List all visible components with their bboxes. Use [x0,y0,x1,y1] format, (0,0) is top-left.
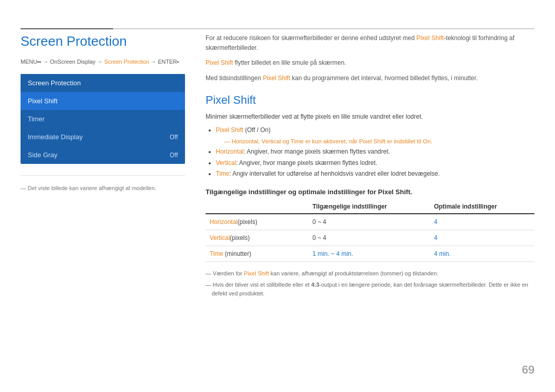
note-section: ― Det viste billede kan variere afhængig… [21,175,185,191]
data-table: Tilgængelige indstillinger Optimale inds… [206,200,534,262]
footnote-2: ― Hvis der bliver vist et stillbillede e… [206,281,534,298]
top-border-accent [21,28,113,29]
col-header-optimal: Optimale indstillinger [430,200,534,214]
breadcrumb-onscreen: OnScreen Display [50,59,96,65]
note-text: ― Det viste billede kan variere afhængig… [21,185,185,191]
menu-header: Screen Protection [21,74,185,92]
breadcrumb-menu: MENU▪▪ [21,59,41,65]
footnotes: ― Værdien for Pixel Shift kan variere, a… [206,269,534,298]
right-panel: For at reducere risikoen for skærmefterb… [206,33,534,301]
table-row: Horizontal(pixels) 0 ~ 4 4 [206,214,534,230]
footnote-1: ― Værdien for Pixel Shift kan variere, a… [206,269,534,278]
col-header-available: Tilgængelige indstillinger [308,200,430,214]
menu-item-label: Immediate Display [28,133,83,141]
row-available: 1 min. ~ 4 min. [308,246,430,262]
table-row: Vertical(pixels) 0 ~ 4 4 [206,230,534,246]
menu-item-immediate-display[interactable]: Immediate Display Off [21,128,185,146]
breadcrumb-enter: ENTER▪ [158,59,179,65]
menu-item-timer[interactable]: Timer [21,110,185,128]
menu-box: Screen Protection Pixel Shift Timer Imme… [21,74,185,164]
intro-line-2: Pixel Shift flytter billedet en lille sm… [206,58,534,68]
table-row: Time (minutter) 1 min. ~ 4 min. 4 min. [206,246,534,262]
table-section-title: Tilgængelige indstillinger og optimale i… [206,188,534,196]
col-header-label [206,200,308,214]
body-text-main: Minimer skærmefterbilleder ved at flytte… [206,112,534,122]
menu-item-label: Timer [28,115,45,123]
breadcrumb-screen-protection: Screen Protection [104,59,149,65]
row-optimal: 4 [430,230,534,246]
row-available: 0 ~ 4 [308,230,430,246]
intro-line-1: For at reducere risikoen for skærmefterb… [206,33,534,53]
menu-item-value: Off [170,152,178,159]
menu-item-label: Side Gray [28,151,58,159]
row-available: 0 ~ 4 [308,214,430,230]
row-label: Time (minutter) [206,246,308,262]
menu-item-label: Pixel Shift [28,97,58,105]
list-item-sub: ― Horizontal, Vertical og Time er kun ak… [224,136,534,147]
list-item-horizontal: Horizontal: Angiver, hvor mange pixels s… [216,146,534,158]
row-label: Vertical(pixels) [206,230,308,246]
menu-item-side-gray[interactable]: Side Gray Off [21,146,185,164]
left-panel: Screen Protection MENU▪▪ → OnScreen Disp… [21,33,185,191]
list-item-time: Time: Angiv intervallet for udførelse af… [216,169,534,180]
section-title: Pixel Shift [206,94,534,107]
bullet-list: Pixel Shift (Off / On) ― Horizontal, Ver… [216,125,534,180]
list-item-vertical: Vertical: Angiver, hvor mange pixels skæ… [216,158,534,169]
row-optimal: 4 min. [430,246,534,262]
intro-line-3: Med tidsindstillingen Pixel Shift kan du… [206,73,534,83]
page-title: Screen Protection [21,33,185,49]
row-label: Horizontal(pixels) [206,214,308,230]
page-number: 69 [522,363,534,377]
list-item-pixel-shift: Pixel Shift (Off / On) ― Horizontal, Ver… [216,125,534,146]
row-optimal: 4 [430,214,534,230]
menu-item-value: Off [170,134,178,141]
menu-item-pixel-shift[interactable]: Pixel Shift [21,92,185,110]
breadcrumb: MENU▪▪ → OnScreen Display → Screen Prote… [21,59,185,65]
